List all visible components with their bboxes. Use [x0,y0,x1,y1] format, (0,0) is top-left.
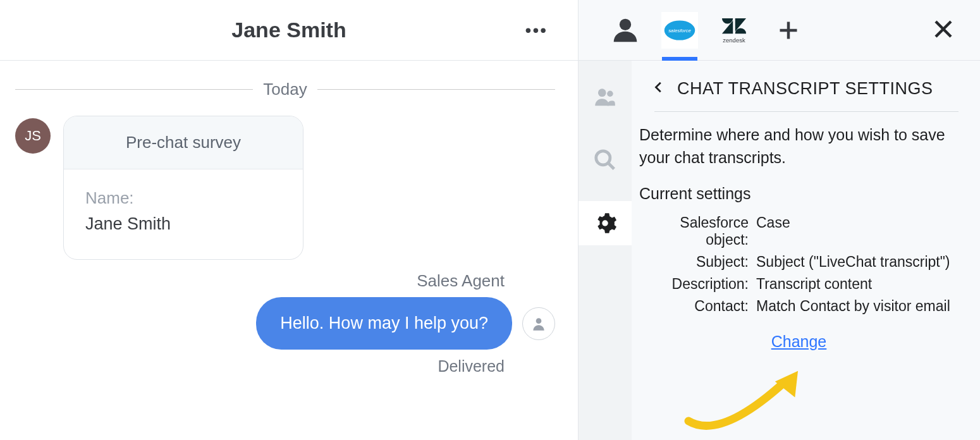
side-rail [579,61,632,440]
prechat-card: Pre-chat survey Name: Jane Smith [63,116,303,260]
tab-profile[interactable] [606,0,644,61]
svg-line-14 [608,163,615,169]
svg-text:salesforce: salesforce [668,28,691,34]
panel-description: Determine where and how you wish to save… [639,123,959,169]
chat-body: Today JS Pre-chat survey Name: Jane Smit… [0,61,578,440]
prechat-field-label: Name: [85,188,281,208]
day-label: Today [263,80,307,99]
prechat-field-value: Jane Smith [85,214,281,234]
tab-add[interactable] [769,0,807,61]
agent-avatar [522,307,555,340]
svg-point-12 [607,91,613,97]
delivered-status: Delivered [15,357,505,376]
agent-message-block: Sales Agent Hello. How may I help you? D… [15,271,555,376]
visitor-message-row: JS Pre-chat survey Name: Jane Smith [15,116,555,260]
settings-table: Salesforce object: Case Subject: Subject… [671,214,959,315]
tab-zendesk[interactable]: zendesk [715,0,753,61]
annotation-arrow-icon [682,345,828,434]
close-button[interactable] [932,18,955,43]
prechat-title: Pre-chat survey [64,116,303,169]
panel-content: CHAT TRANSCRIPT SETTINGS Determine where… [632,61,980,440]
close-icon [932,18,955,40]
agent-name: Sales Agent [15,271,505,291]
plus-icon [777,19,800,42]
svg-point-0 [536,318,542,324]
people-icon [593,85,617,109]
change-link[interactable]: Change [639,333,959,351]
svg-point-11 [598,89,606,97]
tab-salesforce[interactable]: salesforce [661,0,699,61]
back-button[interactable] [652,78,666,99]
more-icon[interactable]: ••• [525,20,548,40]
chat-panel: Jane Smith ••• Today JS Pre-chat survey … [0,0,579,440]
svg-text:zendesk: zendesk [723,37,745,44]
setting-row: Salesforce object: Case [671,214,959,248]
setting-row: Contact: Match Contact by visitor email [671,298,959,315]
chevron-left-icon [652,78,666,96]
panel-heading: CHAT TRANSCRIPT SETTINGS [677,79,933,99]
svg-point-1 [620,18,631,30]
rail-settings[interactable] [579,201,632,245]
salesforce-icon: salesforce [661,12,698,49]
chat-header: Jane Smith ••• [0,0,578,61]
svg-point-13 [596,151,610,165]
svg-marker-16 [775,371,807,403]
integration-tabs: salesforce zendesk [606,0,807,61]
visitor-avatar: JS [15,118,51,154]
panel-body: CHAT TRANSCRIPT SETTINGS Determine where… [579,61,980,440]
chat-title: Jane Smith [231,18,346,42]
panel-topbar: salesforce zendesk [579,0,980,61]
section-label: Current settings [639,185,959,203]
agent-message-bubble: Hello. How may I help you? [256,297,512,350]
gear-icon [593,211,617,235]
svg-point-15 [602,220,608,226]
setting-row: Description: Transcript content [671,276,959,293]
search-icon [593,148,617,172]
day-divider: Today [15,80,555,99]
setting-row: Subject: Subject ("LiveChat transcript") [671,254,959,271]
rail-search[interactable] [579,138,632,182]
settings-panel: salesforce zendesk [579,0,980,440]
rail-people[interactable] [579,75,632,119]
